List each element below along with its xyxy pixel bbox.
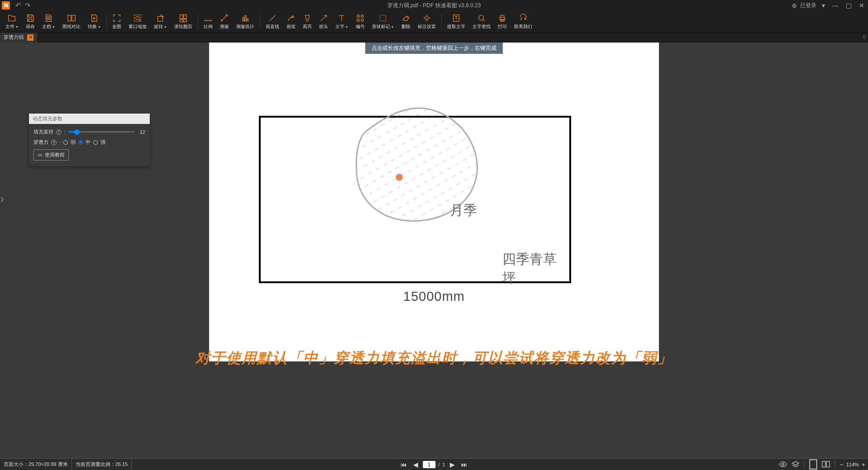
- svg-point-10: [361, 14, 363, 17]
- tab-close-button[interactable]: ✕: [27, 34, 33, 41]
- login-status[interactable]: 已登录: [800, 2, 816, 9]
- tool-icon: [477, 14, 486, 23]
- tool-文件[interactable]: 文件▼: [2, 12, 22, 32]
- tool-icon: [156, 14, 165, 23]
- tool-icon: [112, 14, 121, 23]
- svg-point-19: [782, 463, 784, 465]
- page-input[interactable]: [423, 461, 435, 468]
- tool-标注设置[interactable]: 标注设置: [414, 12, 439, 32]
- tool-icon: [356, 14, 365, 23]
- tool-比例[interactable]: 比例: [200, 12, 216, 32]
- svg-rect-5: [180, 14, 182, 18]
- tool-文字查找[interactable]: 文字查找: [469, 12, 494, 32]
- tool-label: 高亮: [303, 24, 312, 30]
- tool-icon: [67, 14, 76, 23]
- tool-文字[interactable]: 文字▼: [332, 12, 352, 32]
- undo-button[interactable]: ↶: [15, 1, 21, 9]
- tool-文档[interactable]: 文档▼: [38, 12, 59, 32]
- tip-caption: 对于使用默认「中」穿透力填充溢出时，可以尝试将穿透力改为「弱」: [196, 348, 672, 368]
- tool-提取文字[interactable]: 提取文字: [444, 12, 469, 32]
- title-bar: 阅 ↶ ↷ 穿透力弱.pdf - PDF 快速看图 v3.8.0.23 ◍ 已登…: [0, 0, 868, 11]
- tool-旋转[interactable]: 旋转▼: [150, 12, 171, 32]
- radio-mid[interactable]: [78, 140, 83, 145]
- tool-测量[interactable]: 测量: [216, 12, 233, 32]
- tool-联系我们[interactable]: 联系我们: [510, 12, 536, 32]
- page-navigator: ⏮ ◀ / 1 ▶ ⏭: [399, 461, 469, 468]
- first-page-button[interactable]: ⏮: [399, 461, 409, 468]
- redo-button[interactable]: ↷: [25, 1, 31, 9]
- document-tab[interactable]: 穿透力弱 ✕: [0, 33, 37, 43]
- svg-rect-8: [184, 19, 186, 21]
- tool-滚轮翻页[interactable]: 滚轮翻页: [171, 12, 196, 32]
- tool-高亮[interactable]: 高亮: [299, 12, 315, 32]
- dropdown-icon[interactable]: ▾: [820, 2, 827, 9]
- tool-箭头[interactable]: 箭头: [315, 12, 332, 32]
- help-icon[interactable]: ?: [51, 140, 57, 145]
- toolbar-separator: [198, 14, 198, 30]
- maximize-button[interactable]: ▢: [844, 2, 854, 9]
- tool-label: 转换▼: [88, 24, 101, 30]
- tool-label: 打印: [498, 24, 507, 30]
- tool-画直线[interactable]: 画直线: [262, 12, 283, 32]
- zoom-level: 114%: [846, 462, 859, 467]
- zoom-in-button[interactable]: +: [862, 461, 865, 468]
- tool-测量统计[interactable]: 测量统计: [233, 12, 258, 32]
- tool-label: 文档▼: [42, 24, 55, 30]
- zoom-out-button[interactable]: −: [839, 461, 843, 468]
- layers-icon[interactable]: [792, 461, 800, 468]
- tool-icon: [133, 14, 142, 23]
- tool-label: 测量统计: [236, 24, 254, 30]
- operation-hint: 点击或长按左键填充，空格键退回上一步，右键完成: [365, 43, 503, 54]
- viewport[interactable]: 点击或长按左键填充，空格键退回上一步，右键完成 月季 四季青草坪 15000mm…: [0, 43, 868, 458]
- left-panel-toggle[interactable]: ❯: [0, 196, 4, 202]
- chevron-down-icon: ▼: [391, 25, 394, 28]
- tool-label: 删除: [401, 24, 410, 30]
- tool-label: 标注设置: [418, 24, 436, 30]
- page-sep: /: [438, 462, 439, 467]
- tool-保存[interactable]: 保存: [22, 12, 38, 32]
- single-page-icon[interactable]: [809, 461, 817, 468]
- tool-图纸对比[interactable]: 图纸对比: [59, 12, 84, 32]
- tool-打印[interactable]: 打印: [494, 12, 510, 32]
- help-icon[interactable]: ?: [56, 129, 62, 135]
- tool-编号[interactable]: 编号: [352, 12, 368, 32]
- page: 点击或长按左键填充，空格键退回上一步，右键完成 月季 四季青草坪 15000mm…: [209, 43, 659, 361]
- tool-label: 旋转▼: [154, 24, 167, 30]
- tool-窗口缩放[interactable]: 窗口缩放: [125, 12, 150, 32]
- radio-weak-label: 弱: [71, 139, 76, 146]
- tool-画笔[interactable]: 画笔: [283, 12, 299, 32]
- svg-rect-1: [72, 15, 75, 21]
- radio-weak[interactable]: [63, 140, 68, 145]
- two-page-icon[interactable]: [822, 461, 830, 468]
- tool-形状标记[interactable]: 形状标记▼: [368, 12, 398, 32]
- tool-label: 测量: [220, 24, 229, 30]
- diameter-slider[interactable]: [68, 129, 134, 135]
- total-pages: 1: [442, 462, 445, 467]
- diameter-label: 填充直径: [33, 128, 53, 135]
- prev-page-button[interactable]: ◀: [411, 461, 420, 468]
- eye-icon[interactable]: [779, 461, 787, 468]
- tool-转换[interactable]: 转换▼: [84, 12, 105, 32]
- tool-label: 保存: [26, 24, 35, 30]
- svg-rect-6: [184, 14, 186, 18]
- tab-label: 穿透力弱: [4, 34, 24, 41]
- close-button[interactable]: ✕: [857, 2, 866, 9]
- tool-icon: [268, 14, 277, 23]
- tabs-menu-icon[interactable]: ▽: [863, 35, 866, 40]
- chevron-down-icon: ▼: [345, 25, 348, 28]
- tool-label: 窗口缩放: [129, 24, 147, 30]
- last-page-button[interactable]: ⏭: [459, 461, 469, 468]
- app-icon: 阅: [2, 1, 10, 9]
- next-page-button[interactable]: ▶: [448, 461, 457, 468]
- tool-label: 提取文字: [447, 24, 465, 30]
- chevron-down-icon: ▼: [52, 25, 55, 28]
- tutorial-label: 使用教程: [45, 152, 65, 158]
- tutorial-button[interactable]: ▭ 使用教程: [33, 149, 69, 161]
- tool-全图[interactable]: 全图: [109, 12, 125, 32]
- tool-删除[interactable]: 删除: [398, 12, 414, 32]
- shape-label-rose: 月季: [450, 201, 477, 220]
- minimize-button[interactable]: ―: [830, 2, 840, 9]
- radio-strong[interactable]: [93, 140, 98, 145]
- toolbar-separator: [441, 14, 442, 30]
- status-bar: 页面大小：29.70×20.99 厘米 当前页测量比例：26.15 ⏮ ◀ / …: [0, 458, 868, 470]
